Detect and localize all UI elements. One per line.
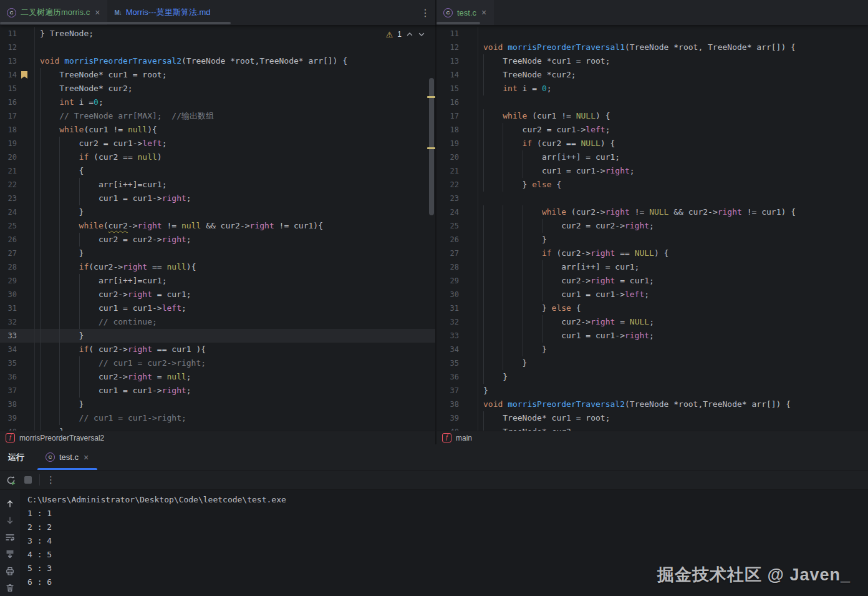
line-number[interactable]: 40 (436, 425, 459, 431)
tab-morris-md[interactable]: M↓ Morris---莫里斯算法.md (107, 0, 217, 25)
chevron-up-icon[interactable] (406, 31, 413, 38)
line-number[interactable]: 20 (436, 150, 459, 164)
line-number[interactable]: 28 (436, 260, 459, 274)
code-line[interactable]: 27if (cur2->right == NULL) { (436, 247, 868, 260)
code-line[interactable]: 35} (436, 356, 868, 370)
line-number[interactable]: 25 (0, 219, 17, 233)
code-line[interactable]: 25cur2 = cur2->right; (436, 219, 868, 233)
code-line[interactable]: 19if (cur2 == NULL) { (436, 137, 868, 150)
code-line[interactable]: 21{ (0, 164, 435, 178)
code-line[interactable]: 30cur2->right = cur1; (0, 288, 435, 301)
line-number[interactable]: 28 (0, 260, 17, 274)
code-line[interactable]: 24while (cur2->right != NULL && cur2->ri… (436, 205, 868, 219)
editor-pane-left[interactable]: 11} TreeNode;1213void morrisPreorderTrav… (0, 25, 436, 431)
line-number[interactable]: 12 (0, 41, 17, 54)
code-line[interactable]: 11} TreeNode; (0, 27, 435, 41)
breadcrumb-function-name[interactable]: morrisPreorderTraversal2 (19, 434, 104, 442)
line-number[interactable]: 24 (0, 205, 17, 219)
line-number[interactable]: 26 (0, 233, 17, 247)
code-line[interactable]: 16int i =0; (0, 95, 435, 109)
scroll-to-end-icon[interactable] (5, 549, 15, 559)
editor-scrollbar[interactable] (429, 78, 434, 215)
print-icon[interactable] (5, 566, 15, 576)
line-number[interactable]: 27 (0, 247, 17, 260)
line-number[interactable]: 20 (0, 150, 17, 164)
code-line[interactable]: 34} (436, 343, 868, 356)
tab-test-c[interactable]: C test.c × (436, 0, 494, 25)
line-number[interactable]: 21 (436, 164, 459, 178)
line-number[interactable]: 13 (436, 54, 459, 68)
line-number[interactable]: 17 (436, 109, 459, 123)
close-icon[interactable]: × (481, 8, 487, 17)
down-stack-trace-icon[interactable] (5, 515, 15, 525)
code-line[interactable]: 13TreeNode *cur1 = root; (436, 54, 868, 68)
line-number[interactable]: 36 (0, 370, 17, 384)
code-line[interactable]: 33} (0, 329, 435, 343)
code-line[interactable]: 30cur1 = cur1->left; (436, 288, 868, 301)
line-number[interactable]: 32 (0, 315, 17, 329)
code-line[interactable]: 36} (436, 370, 868, 384)
line-number[interactable]: 16 (0, 95, 17, 109)
code-line[interactable]: 26} (436, 233, 868, 247)
line-number[interactable]: 23 (0, 192, 17, 205)
line-number[interactable]: 22 (0, 178, 17, 192)
warning-stripe-mark[interactable] (427, 96, 435, 98)
line-number[interactable]: 31 (436, 301, 459, 315)
line-number[interactable]: 34 (0, 343, 17, 356)
code-line[interactable]: 38void morrisPreorderTraversal2(TreeNode… (436, 398, 868, 411)
line-number[interactable]: 19 (436, 137, 459, 150)
code-line[interactable]: 12void morrisPreorderTraversal1(TreeNode… (436, 41, 868, 54)
tab-scrollbar[interactable] (0, 22, 231, 24)
breadcrumb-function-name[interactable]: main (456, 434, 472, 442)
code-line[interactable]: 22arr[i++]=cur1; (0, 178, 435, 192)
code-line[interactable]: 37cur1 = cur1->right; (0, 384, 435, 398)
more-icon[interactable]: ⋮ (46, 474, 55, 486)
close-icon[interactable]: × (94, 8, 100, 17)
code-line[interactable]: 35// cur1 = cur2->right; (0, 356, 435, 370)
code-line[interactable]: 37} (436, 384, 868, 398)
code-line[interactable]: 31} else { (436, 301, 868, 315)
clear-trash-icon[interactable] (5, 583, 15, 593)
code-line[interactable]: 23 (436, 192, 868, 205)
tab-scrollbar[interactable] (436, 22, 480, 24)
code-area-right[interactable]: 1112void morrisPreorderTraversal1(TreeNo… (436, 25, 868, 431)
chevron-down-icon[interactable] (418, 31, 425, 38)
code-line[interactable]: 21cur1 = cur1->right; (436, 164, 868, 178)
line-number[interactable]: 35 (436, 356, 459, 370)
code-line[interactable]: 13void morrisPreorderTraversal2(TreeNode… (0, 54, 435, 68)
code-line[interactable]: 20if (cur2 == null) (0, 150, 435, 164)
line-number[interactable]: 18 (436, 123, 459, 137)
code-line[interactable]: 20arr[i++] = cur1; (436, 150, 868, 164)
code-line[interactable]: 34if( cur2->right == cur1 ){ (0, 343, 435, 356)
rerun-button[interactable] (6, 475, 16, 486)
code-line[interactable]: 33cur1 = cur1->right; (436, 329, 868, 343)
line-number[interactable]: 34 (436, 343, 459, 356)
code-line[interactable]: 29cur2->right = cur1; (436, 274, 868, 288)
line-number[interactable]: 33 (0, 329, 17, 343)
code-line[interactable]: 31cur1 = cur1->left; (0, 301, 435, 315)
code-line[interactable]: 28if(cur2->right == null){ (0, 260, 435, 274)
line-number[interactable]: 15 (436, 82, 459, 95)
line-number[interactable]: 39 (436, 411, 459, 425)
line-number[interactable]: 30 (0, 288, 17, 301)
code-line[interactable]: 26cur2 = cur2->right; (0, 233, 435, 247)
code-line[interactable]: 40TreeNode* cur2; (436, 425, 868, 431)
code-line[interactable]: 32// continue; (0, 315, 435, 329)
code-line[interactable]: 39TreeNode* cur1 = root; (436, 411, 868, 425)
code-line[interactable]: 15int i = 0; (436, 82, 868, 95)
run-tab-test-c[interactable]: C test.c × (37, 444, 97, 470)
line-number[interactable]: 16 (436, 95, 459, 109)
code-line[interactable]: 15TreeNode* cur2; (0, 82, 435, 95)
line-number[interactable]: 12 (436, 41, 459, 54)
code-line[interactable]: 16 (436, 95, 868, 109)
line-number[interactable]: 33 (436, 329, 459, 343)
line-number[interactable]: 31 (0, 301, 17, 315)
soft-wrap-icon[interactable] (5, 532, 15, 542)
line-number[interactable]: 38 (436, 398, 459, 411)
code-line[interactable]: 14TreeNode* cur1 = root; (0, 68, 435, 82)
gutter-bookmark[interactable] (17, 68, 35, 82)
line-number[interactable]: 18 (0, 123, 17, 137)
line-number[interactable]: 40 (0, 425, 17, 431)
line-number[interactable]: 17 (0, 109, 17, 123)
code-line[interactable]: 25while(cur2->right != null && cur2->rig… (0, 219, 435, 233)
